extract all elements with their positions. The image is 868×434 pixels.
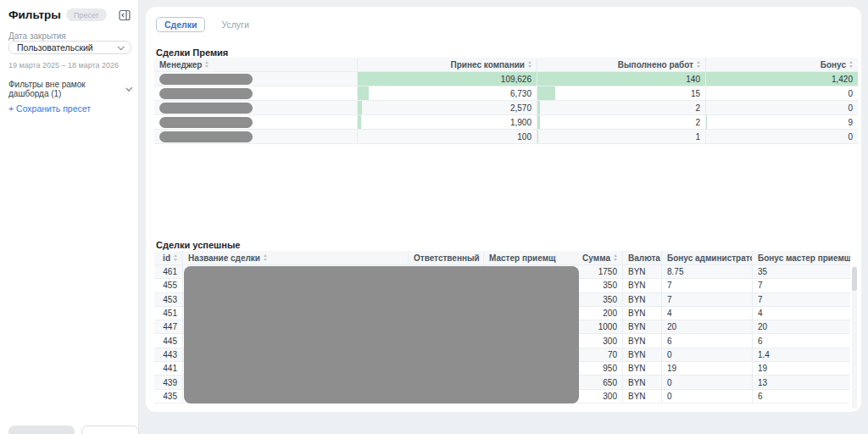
cell-master_bonus: 7: [752, 293, 850, 306]
cell-bonus: 0: [705, 86, 858, 100]
date-filter-label: Дата закрытия: [8, 31, 66, 41]
cell-admin_bonus: 7: [661, 279, 752, 292]
cell-brought: 109,626: [357, 72, 537, 86]
table-header-row: idНазвание сделкиОтветственныйМастер при…: [154, 251, 850, 265]
cell-id: 455: [154, 279, 182, 292]
cell-works: 2: [537, 101, 705, 114]
redacted-name-pill: [159, 131, 253, 142]
column-header[interactable]: Сумма: [556, 251, 622, 264]
column-header[interactable]: Менеджер: [154, 58, 357, 71]
redacted-name-pill: [159, 74, 253, 85]
sidebar-header: Фильтры Пресет: [8, 8, 131, 21]
outer-filters-toggle[interactable]: Фильтры вне рамок дашборда (1): [8, 80, 131, 98]
chevron-down-icon: [117, 43, 124, 50]
cell-redacted: [154, 115, 357, 129]
cell-bonus: 0: [705, 101, 858, 114]
sort-icon: [264, 254, 267, 261]
cell-master_bonus: 20: [752, 320, 850, 333]
sort-icon: [528, 61, 531, 68]
cell-redacted: [154, 72, 357, 86]
filters-title: Фильтры: [8, 8, 61, 21]
cell-master_bonus: 19: [752, 362, 850, 375]
cell-currency: BYN: [622, 265, 661, 278]
cell-admin_bonus: 19: [661, 362, 752, 375]
cell-id: 439: [154, 376, 182, 388]
table-scrollbar: [852, 266, 857, 409]
redacted-name-pill: [159, 117, 253, 128]
column-header[interactable]: Выполнено работ: [537, 58, 705, 71]
column-header[interactable]: Бонус администратора: [661, 251, 752, 264]
sort-icon: [697, 61, 700, 68]
table-header-row: МенеджерПринес компанииВыполнено работБо…: [154, 58, 858, 72]
cell-master_bonus: 1.4: [752, 348, 850, 361]
sort-icon: [614, 254, 617, 261]
cell-admin_bonus: 0: [661, 348, 752, 361]
save-preset-button[interactable]: + Сохранить пресет: [8, 103, 91, 114]
cell-redacted: [154, 101, 357, 114]
cell-bonus: 1,420: [705, 72, 858, 86]
table-row[interactable]: 2,57020: [154, 101, 858, 115]
cell-works: 1: [537, 130, 705, 143]
cell-works: 15: [537, 86, 705, 100]
success-table-title: Сделки успешные: [156, 240, 240, 250]
column-header-label: Сумма: [582, 253, 610, 263]
column-header[interactable]: Название сделки: [182, 251, 408, 264]
scrollbar-thumb[interactable]: [852, 267, 857, 291]
column-header-label: Ответственный: [414, 253, 480, 263]
cell-redacted: [154, 130, 357, 143]
cell-id: 461: [154, 265, 182, 278]
collapse-sidebar-icon[interactable]: [119, 9, 131, 21]
column-header[interactable]: id: [154, 251, 182, 264]
column-header-label: Менеджер: [159, 60, 202, 70]
table-row[interactable]: 109,6261401,420: [154, 72, 858, 86]
cell-bonus: 9: [705, 115, 858, 129]
reset-filters-button[interactable]: [81, 426, 139, 434]
tab-services[interactable]: Услуги: [214, 18, 256, 31]
column-header[interactable]: Ответственный: [408, 251, 483, 264]
cell-admin_bonus: 7: [661, 293, 752, 306]
cell-master_bonus: 7: [752, 279, 850, 292]
cell-brought: 1,900: [357, 115, 537, 129]
cell-brought: 6,730: [357, 86, 537, 100]
column-header[interactable]: Принес компании: [357, 58, 537, 71]
column-header[interactable]: Бонус: [705, 58, 858, 71]
cell-admin_bonus: 0: [661, 390, 752, 403]
cell-currency: BYN: [622, 348, 661, 361]
cell-brought: 2,570: [357, 101, 537, 114]
dashboard-card: Сделки Услуги Сделки Премия МенеджерПрин…: [146, 7, 861, 412]
column-header[interactable]: Бонус мастер приемщика: [752, 251, 850, 264]
cell-id: 451: [154, 307, 182, 320]
sort-icon: [849, 61, 853, 68]
outer-filters-label: Фильтры вне рамок дашборда (1): [8, 80, 127, 98]
tab-deals[interactable]: Сделки: [156, 17, 205, 32]
cell-currency: BYN: [622, 390, 661, 403]
table-row[interactable]: 10010: [154, 130, 858, 144]
cell-id: 443: [154, 348, 182, 361]
column-header-label: Выполнено работ: [618, 60, 693, 70]
date-filter-value: Пользовательский: [17, 42, 93, 53]
cell-id: 441: [154, 362, 182, 375]
apply-filters-button[interactable]: [8, 426, 75, 434]
table-row[interactable]: 1,90029: [154, 115, 858, 130]
cell-currency: BYN: [622, 320, 661, 333]
cell-id: 447: [154, 320, 182, 333]
cell-works: 2: [537, 115, 705, 129]
column-header-label: Бонус мастер приемщика: [758, 253, 850, 263]
premium-table: МенеджерПринес компанииВыполнено работБо…: [154, 58, 858, 144]
table-row[interactable]: 6,730150: [154, 86, 858, 101]
column-header[interactable]: Валюта: [622, 251, 661, 264]
cell-id: 445: [154, 334, 182, 347]
cell-admin_bonus: 6: [661, 334, 752, 347]
cell-master_bonus: 35: [752, 265, 850, 278]
redacted-names-block: [184, 266, 579, 403]
cell-currency: BYN: [622, 334, 661, 347]
cell-bonus: 0: [705, 130, 858, 143]
sort-icon: [205, 61, 209, 68]
cell-admin_bonus: 20: [661, 320, 752, 333]
cell-works: 140: [537, 72, 705, 86]
cell-currency: BYN: [622, 279, 661, 292]
date-range-text: 19 марта 2025 – 18 марта 2026: [8, 61, 119, 70]
column-header[interactable]: Мастер приемщик: [483, 251, 556, 264]
preset-badge: Пресет: [66, 8, 107, 21]
date-filter-select[interactable]: Пользовательский: [8, 41, 131, 54]
